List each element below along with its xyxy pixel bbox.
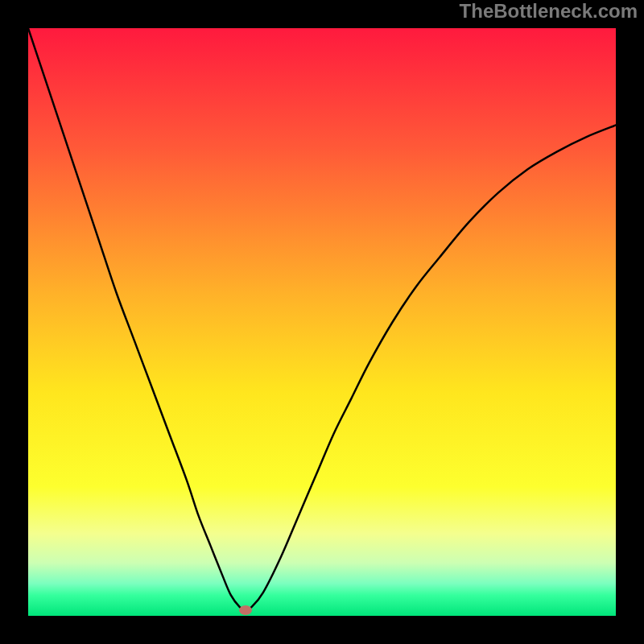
chart-canvas: TheBottleneck.com [0,0,644,644]
plot-area [28,28,616,616]
background-gradient [28,28,616,616]
selected-point-marker [239,605,252,615]
watermark-text: TheBottleneck.com [460,0,638,23]
svg-rect-0 [28,28,616,616]
